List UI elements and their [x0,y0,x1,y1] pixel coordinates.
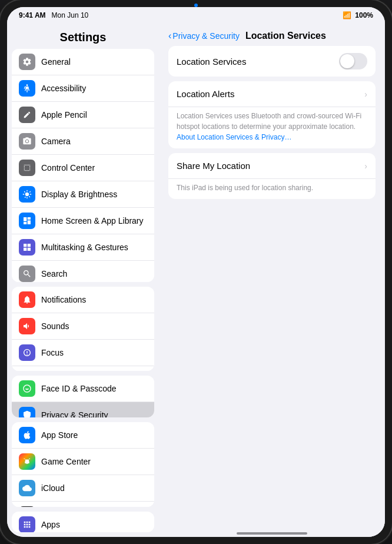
location-description: Location Services uses Bluetooth and cro… [168,107,376,148]
app-store-label: App Store [41,430,147,440]
panel-content: Location Services Location Alerts › [159,46,385,204]
camera-icon [19,133,35,150]
icloud-icon [19,480,35,496]
sidebar-group-4: App Store Game Center iCloud [12,422,154,506]
status-time: 9:41 AM [19,11,46,19]
location-description-text: Location Services uses Bluetooth and cro… [177,112,361,131]
privacy-label: Privacy & Security [41,410,147,417]
about-location-link[interactable]: About Location Services & Privacy… [177,133,291,141]
sidebar-item-apple-pencil[interactable]: Apple Pencil [12,102,154,128]
toggle-thumb [340,54,354,68]
location-services-toggle[interactable] [339,53,367,69]
spacer [159,204,385,525]
apple-pencil-label: Apple Pencil [41,110,147,120]
location-services-item[interactable]: Location Services [168,46,376,77]
sidebar-item-app-store[interactable]: App Store [12,422,154,449]
sidebar-item-search[interactable]: Search [12,261,154,282]
accessibility-icon [19,80,35,97]
apps-label: Apps [41,520,147,529]
sidebar-item-apps[interactable]: Apps [12,512,154,532]
app-store-icon [19,427,35,443]
sidebar-item-control-center[interactable]: Control Center [12,155,154,181]
svg-point-0 [26,84,28,86]
sidebar-item-accessibility[interactable]: Accessibility [12,75,154,102]
sidebar-item-camera[interactable]: Camera [12,128,154,155]
content-area: Settings General Accessibility [7,24,385,537]
ipad-frame: 9:41 AM Mon Jun 10 📶 100% Settings [0,0,392,544]
notifications-icon [19,291,35,308]
location-alerts-label: Location Alerts [177,89,364,99]
camera-label: Camera [41,137,147,146]
location-alerts-chevron: › [364,89,367,99]
status-bar: 9:41 AM Mon Jun 10 📶 100% [7,7,385,24]
back-button[interactable]: ‹ Privacy & Security [168,31,240,41]
sidebar-item-multitasking[interactable]: Multitasking & Gestures [12,234,154,261]
sidebar-group-1: General Accessibility Apple Pencil [12,49,154,282]
sidebar-item-homescreen[interactable]: Home Screen & App Library [12,208,154,234]
search-icon [19,266,35,282]
apps-icon [19,516,35,532]
sounds-icon [19,318,35,334]
focus-icon [19,344,35,361]
privacy-icon [19,407,35,417]
sidebar-item-game-center[interactable]: Game Center [12,449,154,475]
sidebar-group-5: Apps [12,512,154,532]
sidebar-item-privacy-security[interactable]: Privacy & Security [12,402,154,417]
accessibility-label: Accessibility [41,84,147,93]
home-bar [237,532,307,535]
homescreen-icon [19,213,35,229]
control-center-label: Control Center [41,163,147,173]
multitasking-icon [19,239,35,256]
sidebar-item-focus[interactable]: Focus [12,340,154,366]
panel-header: ‹ Privacy & Security Location Services [159,24,385,46]
sidebar-item-icloud[interactable]: iCloud [12,475,154,502]
sidebar-item-notifications[interactable]: Notifications [12,287,154,313]
sidebar-item-general[interactable]: General [12,49,154,75]
notifications-label: Notifications [41,295,147,304]
sidebar: Settings General Accessibility [7,24,159,537]
general-label: General [41,57,147,67]
right-panel: ‹ Privacy & Security Location Services L… [159,24,385,537]
search-label: Search [41,269,147,278]
sidebar-group-3: Face ID & Passcode Privacy & Security [12,376,154,417]
home-indicator [159,525,385,537]
sidebar-item-sounds[interactable]: Sounds [12,313,154,340]
share-my-location-label: Share My Location [177,161,364,171]
location-services-group: Location Services [168,46,376,77]
share-my-location-item[interactable]: Share My Location › [168,153,376,179]
control-center-icon [19,160,35,176]
battery-indicator: 100% [355,11,373,19]
location-alerts-item[interactable]: Location Alerts › [168,81,376,107]
icloud-label: iCloud [41,483,147,493]
sidebar-title: Settings [7,24,159,49]
sidebar-item-face-id[interactable]: Face ID & Passcode [12,376,154,402]
back-chevron-icon: ‹ [168,31,171,41]
game-center-label: Game Center [41,457,147,466]
homescreen-label: Home Screen & App Library [41,216,147,225]
multitasking-label: Multitasking & Gestures [41,243,147,252]
sidebar-item-wallet[interactable]: Wallet & Apple Pay [12,502,154,506]
face-id-icon [19,380,35,397]
share-location-text: This iPad is being used for location sha… [177,184,313,192]
sidebar-item-screen-time[interactable]: Screen Time [12,366,154,371]
general-icon [19,54,35,70]
face-id-label: Face ID & Passcode [41,384,147,393]
location-alerts-group: Location Alerts › Location Services uses… [168,81,376,148]
sidebar-item-display-brightness[interactable]: Display & Brightness [12,181,154,208]
panel-title: Location Services [245,31,326,41]
svg-point-1 [26,461,26,462]
back-label: Privacy & Security [172,31,240,41]
sidebar-group-2: Notifications Sounds Focus [12,287,154,371]
status-date: Mon Jun 10 [52,11,89,19]
display-icon [19,186,35,203]
sounds-label: Sounds [41,321,147,331]
svg-point-2 [28,461,28,462]
share-location-chevron: › [364,161,367,171]
location-services-label: Location Services [177,57,339,67]
ipad-screen: 9:41 AM Mon Jun 10 📶 100% Settings [7,7,385,537]
status-right: 📶 100% [343,11,373,19]
share-location-group: Share My Location › This iPad is being u… [168,153,376,199]
wifi-icon: 📶 [343,11,351,19]
share-location-description: This iPad is being used for location sha… [168,179,376,199]
display-label: Display & Brightness [41,190,147,199]
